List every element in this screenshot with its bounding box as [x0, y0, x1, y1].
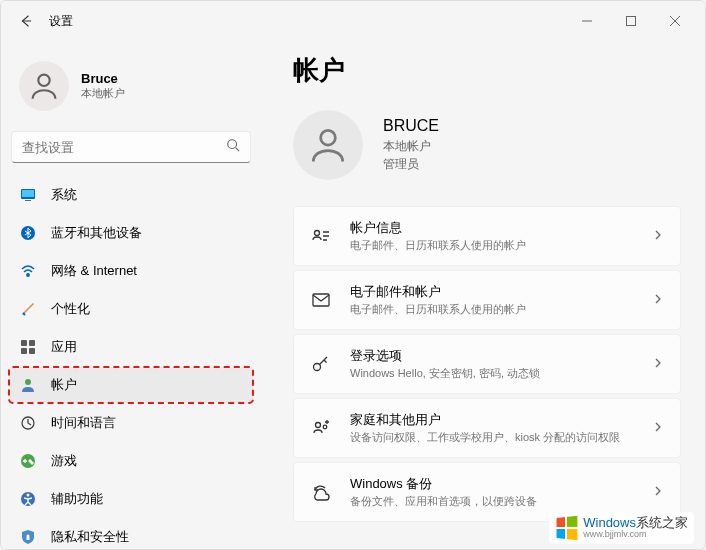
sidebar-item-label: 蓝牙和其他设备: [51, 224, 142, 242]
svg-rect-18: [27, 537, 30, 540]
account-role: 管理员: [383, 155, 439, 173]
card-desc: 电子邮件、日历和联系人使用的帐户: [350, 302, 652, 317]
accessibility-icon: [19, 490, 37, 508]
sidebar-item-personalization[interactable]: 个性化: [9, 291, 253, 327]
family-icon: [310, 417, 332, 439]
back-button[interactable]: [9, 5, 41, 37]
svg-point-23: [316, 423, 321, 428]
chevron-right-icon: [652, 483, 664, 501]
minimize-button[interactable]: [565, 5, 609, 37]
sidebar-item-label: 系统: [51, 186, 77, 204]
id-card-icon: [310, 225, 332, 247]
bluetooth-icon: [19, 224, 37, 242]
svg-rect-8: [21, 340, 27, 346]
svg-rect-0: [627, 17, 636, 26]
card-title: 电子邮件和帐户: [350, 283, 652, 301]
clock-globe-icon: [19, 414, 37, 432]
backup-icon: [310, 481, 332, 503]
sidebar-item-label: 时间和语言: [51, 414, 116, 432]
card-title: 帐户信息: [350, 219, 652, 237]
maximize-button[interactable]: [609, 5, 653, 37]
card-desc: Windows Hello, 安全密钥, 密码, 动态锁: [350, 366, 652, 381]
monitor-icon: [19, 186, 37, 204]
sidebar-item-network[interactable]: 网络 & Internet: [9, 253, 253, 289]
svg-point-2: [228, 140, 237, 149]
sidebar-item-gaming[interactable]: 游戏: [9, 443, 253, 479]
search-icon: [226, 138, 240, 156]
chevron-right-icon: [652, 355, 664, 373]
svg-point-20: [315, 231, 320, 236]
sidebar-item-label: 应用: [51, 338, 77, 356]
svg-rect-4: [22, 190, 34, 197]
sidebar-item-label: 游戏: [51, 452, 77, 470]
shield-icon: [19, 528, 37, 546]
mail-icon: [310, 289, 332, 311]
sidebar-item-label: 隐私和安全性: [51, 528, 129, 546]
account-name: BRUCE: [383, 117, 439, 135]
chevron-right-icon: [652, 227, 664, 245]
card-account-info[interactable]: 帐户信息 电子邮件、日历和联系人使用的帐户: [293, 206, 681, 266]
key-icon: [310, 353, 332, 375]
sidebar-item-apps[interactable]: 应用: [9, 329, 253, 365]
svg-point-7: [27, 274, 29, 276]
svg-rect-11: [29, 348, 35, 354]
svg-rect-10: [21, 348, 27, 354]
avatar: [19, 61, 69, 111]
svg-point-12: [25, 379, 31, 385]
chevron-right-icon: [652, 419, 664, 437]
apps-icon: [19, 338, 37, 356]
sidebar-item-label: 辅助功能: [51, 490, 103, 508]
page-title: 帐户: [293, 53, 681, 88]
svg-rect-21: [313, 294, 329, 306]
close-button[interactable]: [653, 5, 697, 37]
person-icon: [19, 376, 37, 394]
svg-point-19: [321, 130, 336, 145]
sidebar-item-label: 网络 & Internet: [51, 262, 137, 280]
card-desc: 电子邮件、日历和联系人使用的帐户: [350, 238, 652, 253]
account-avatar: [293, 110, 363, 180]
gamepad-icon: [19, 452, 37, 470]
brush-icon: [19, 300, 37, 318]
account-type: 本地帐户: [383, 137, 439, 155]
svg-point-22: [314, 364, 321, 371]
sidebar-item-accessibility[interactable]: 辅助功能: [9, 481, 253, 517]
sidebar-item-accounts[interactable]: 帐户: [9, 367, 253, 403]
wifi-icon: [19, 262, 37, 280]
watermark: Windows系统之家 www.bjjmlv.com: [549, 512, 694, 544]
profile-name: Bruce: [81, 71, 125, 86]
svg-rect-9: [29, 340, 35, 346]
chevron-right-icon: [652, 291, 664, 309]
profile-subtitle: 本地帐户: [81, 86, 125, 101]
svg-point-1: [38, 75, 49, 86]
search-input[interactable]: [22, 140, 226, 155]
svg-point-24: [323, 425, 327, 429]
windows-logo-icon: [557, 516, 578, 540]
sidebar-item-bluetooth[interactable]: 蓝牙和其他设备: [9, 215, 253, 251]
card-desc: 设备访问权限、工作或学校用户、kiosk 分配的访问权限: [350, 430, 652, 445]
sidebar-item-privacy[interactable]: 隐私和安全性: [9, 519, 253, 549]
account-header: BRUCE 本地帐户 管理员: [293, 110, 681, 180]
svg-rect-5: [25, 200, 31, 201]
card-signin-options[interactable]: 登录选项 Windows Hello, 安全密钥, 密码, 动态锁: [293, 334, 681, 394]
card-title: Windows 备份: [350, 475, 652, 493]
window-title: 设置: [49, 13, 73, 30]
card-desc: 备份文件、应用和首选项，以便跨设备: [350, 494, 652, 509]
card-title: 家庭和其他用户: [350, 411, 652, 429]
profile-block[interactable]: Bruce 本地帐户: [9, 49, 253, 131]
card-email-accounts[interactable]: 电子邮件和帐户 电子邮件、日历和联系人使用的帐户: [293, 270, 681, 330]
svg-point-16: [27, 494, 30, 497]
card-title: 登录选项: [350, 347, 652, 365]
sidebar-item-label: 个性化: [51, 300, 90, 318]
sidebar-item-time[interactable]: 时间和语言: [9, 405, 253, 441]
search-box[interactable]: [11, 131, 251, 163]
card-family-users[interactable]: 家庭和其他用户 设备访问权限、工作或学校用户、kiosk 分配的访问权限: [293, 398, 681, 458]
sidebar-item-system[interactable]: 系统: [9, 177, 253, 213]
sidebar-item-label: 帐户: [51, 376, 77, 394]
